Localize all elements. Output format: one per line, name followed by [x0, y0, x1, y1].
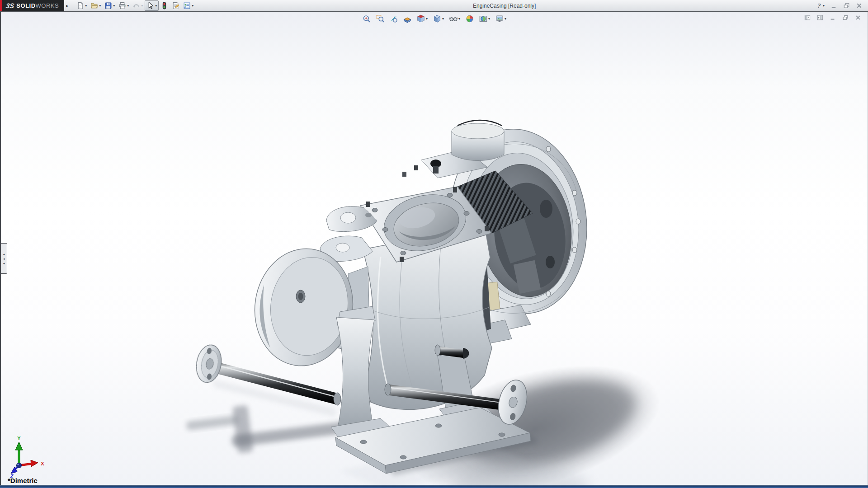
engine-casing-model[interactable]: [168, 113, 665, 485]
win-min-icon: [830, 14, 836, 21]
hide-show-items-dropdown[interactable]: ▾: [458, 17, 460, 21]
window-controls: ?▾: [813, 1, 868, 10]
save-dropdown[interactable]: ▾: [113, 4, 115, 8]
document-window-controls: [802, 13, 863, 22]
panel-arrow: ◂: [3, 253, 5, 256]
hide-show-icon: [449, 14, 458, 23]
menu-expand-arrow[interactable]: ▸: [66, 3, 68, 8]
options-dropdown[interactable]: ▾: [192, 4, 193, 8]
triad-x-label: X: [41, 461, 44, 466]
help-icon: ?: [815, 2, 822, 9]
status-bar: [0, 485, 868, 488]
view-orientation-icon: [416, 14, 425, 23]
display-style-icon: [433, 14, 441, 23]
select-dropdown[interactable]: ▾: [155, 4, 157, 8]
triad-y-label: Y: [17, 436, 21, 441]
doc-minimize-button[interactable]: [828, 13, 838, 22]
doc-close-button[interactable]: [853, 13, 863, 22]
edit-appearance-button[interactable]: [464, 14, 475, 24]
file-properties-button[interactable]: [170, 0, 181, 11]
headsup-view-toolbar: ▾▾▾▾▾: [361, 14, 507, 24]
help-button[interactable]: ?▾: [813, 1, 826, 10]
apply-scene-icon: [479, 14, 487, 23]
undo-dropdown[interactable]: ▾: [141, 4, 143, 8]
select-button[interactable]: ▾: [145, 0, 159, 11]
win-close-icon: [855, 14, 861, 21]
brand-glyph: 3S: [5, 2, 15, 9]
document-title: EngineCasing [Read-only]: [195, 3, 813, 9]
view-orientation-dropdown[interactable]: ▾: [426, 17, 428, 21]
previous-view-icon: [389, 14, 398, 23]
print-dropdown[interactable]: ▾: [127, 4, 129, 8]
save-icon: [104, 2, 112, 9]
title-bar: 3S SOLID WORKS ▸ ▾▾▾▾▾▾▾ EngineCasing [R…: [0, 0, 868, 12]
display-style-dropdown[interactable]: ▾: [442, 17, 444, 21]
zoom-to-fit-button[interactable]: [361, 14, 372, 24]
win-restore-icon: [842, 14, 849, 21]
options-button[interactable]: ▾: [181, 0, 195, 11]
file-properties-icon: [172, 2, 179, 9]
win-close-icon: [856, 2, 863, 9]
minimize-button[interactable]: [829, 1, 839, 10]
undo-button: ▾: [131, 0, 145, 11]
options-icon: [183, 2, 191, 9]
view-settings-icon: [495, 14, 504, 23]
pane-left-icon: [804, 14, 811, 21]
apply-scene-dropdown[interactable]: ▾: [488, 17, 490, 21]
new-document-dropdown[interactable]: ▾: [85, 4, 87, 8]
panel-arrow: ◂: [3, 257, 5, 260]
engine-block: [363, 226, 492, 409]
win-restore-icon: [843, 2, 850, 9]
save-button[interactable]: ▾: [103, 0, 117, 11]
hide-show-items-button[interactable]: ▾: [448, 14, 461, 24]
svg-text:?: ?: [817, 3, 821, 9]
brand-name-light: WORKS: [36, 2, 59, 9]
graphics-area[interactable]: ▾▾▾▾▾ ◂ ◂ ◂ Y X Z *Dimetric: [0, 12, 868, 485]
open-document-icon: [90, 2, 98, 9]
section-view-button[interactable]: [402, 14, 412, 24]
solidworks-window: 3S SOLID WORKS ▸ ▾▾▾▾▾▾▾ EngineCasing [R…: [0, 0, 868, 488]
show-feature-pane-button[interactable]: [802, 13, 812, 22]
apply-scene-button[interactable]: ▾: [478, 14, 491, 24]
view-settings-dropdown[interactable]: ▾: [505, 17, 506, 21]
brand-accent-stripe: [0, 0, 2, 11]
open-document-dropdown[interactable]: ▾: [99, 4, 101, 8]
doc-restore-button[interactable]: [840, 13, 850, 22]
close-button[interactable]: [854, 1, 864, 10]
print-icon: [118, 2, 126, 9]
orientation-triad: Y X Z: [7, 436, 48, 479]
undo-icon: [132, 2, 140, 9]
section-view-icon: [403, 14, 411, 23]
select-icon: [146, 2, 154, 9]
new-document-icon: [76, 2, 84, 9]
collapsed-feature-panel-tab[interactable]: ◂ ◂ ◂: [1, 243, 7, 274]
panel-arrow: ◂: [3, 262, 5, 265]
open-document-button[interactable]: ▾: [89, 0, 103, 11]
restore-button[interactable]: [841, 1, 852, 10]
display-style-button[interactable]: ▾: [432, 14, 445, 24]
zoom-to-area-button[interactable]: [375, 14, 385, 24]
win-min-icon: [830, 2, 837, 9]
rebuild-button[interactable]: [159, 0, 170, 11]
help-dropdown[interactable]: ▾: [823, 4, 825, 8]
brand-name-bold: SOLID: [16, 2, 35, 9]
edit-appearance-icon: [465, 14, 474, 23]
previous-view-button[interactable]: [388, 14, 399, 24]
view-orientation-button[interactable]: ▾: [415, 14, 429, 24]
show-display-pane-button[interactable]: [815, 13, 825, 22]
pane-right-icon: [817, 14, 823, 21]
print-button[interactable]: ▾: [117, 0, 131, 11]
new-document-button[interactable]: ▾: [75, 0, 89, 11]
traffic-light-icon: [160, 2, 168, 9]
solidworks-logo: 3S SOLID WORKS: [0, 0, 64, 11]
zoom-fit-icon: [362, 14, 371, 23]
zoom-area-icon: [376, 14, 384, 23]
main-toolbar: ▾▾▾▾▾▾▾: [75, 0, 195, 11]
view-orientation-label: *Dimetric: [8, 477, 38, 484]
view-settings-button[interactable]: ▾: [494, 14, 507, 24]
